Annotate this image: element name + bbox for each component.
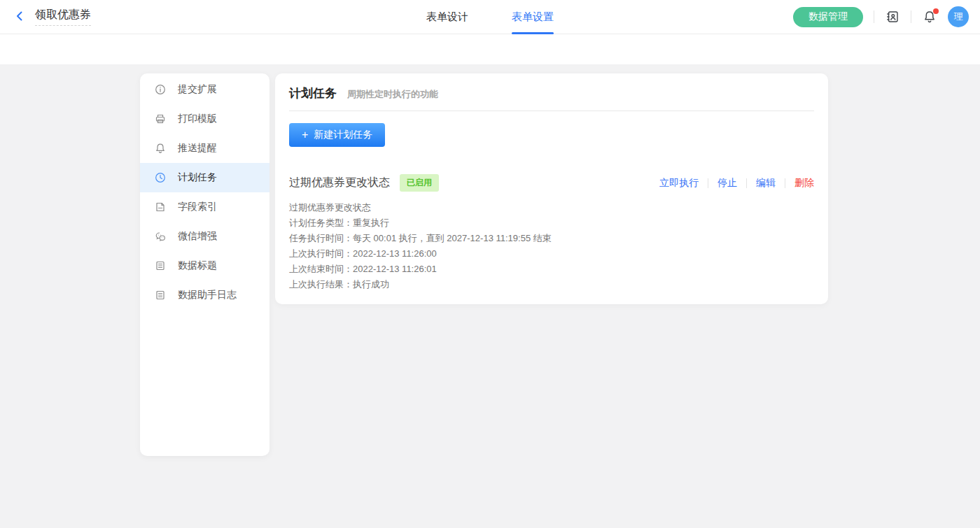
form-title[interactable]: 领取优惠券: [35, 8, 91, 26]
address-book-icon[interactable]: [885, 9, 900, 24]
task-detail-type: 计划任务类型：重复执行: [289, 215, 814, 231]
plus-icon: +: [302, 129, 308, 141]
task-detail-description: 过期优惠券更改状态: [289, 200, 814, 215]
sidebar-item-push-reminder[interactable]: 推送提醒: [140, 134, 270, 163]
sidebar-item-label: 计划任务: [178, 171, 217, 184]
task-detail-last-end-time: 上次结束时间：2022-12-13 11:26:01: [289, 262, 814, 277]
sidebar-item-label: 打印模版: [178, 113, 217, 125]
sidebar-item-print-template[interactable]: 打印模版: [140, 104, 270, 134]
panel-subtitle: 周期性定时执行的功能: [347, 88, 438, 101]
sidebar-item-label: 提交扩展: [178, 83, 217, 96]
clock-icon: [155, 172, 166, 183]
tab-form-design[interactable]: 表单设计: [426, 0, 468, 34]
printer-icon: [155, 113, 166, 124]
header-right: 数据管理 理: [793, 6, 980, 27]
page: 领取优惠券 表单设计 表单设置 数据管理: [0, 0, 980, 528]
sidebar-item-data-title[interactable]: 数据标题: [140, 251, 270, 280]
stop-link[interactable]: 停止: [718, 177, 737, 190]
task-details: 过期优惠券更改状态 计划任务类型：重复执行 任务执行时间：每天 00:01 执行…: [289, 200, 814, 292]
panel-divider: [289, 110, 814, 111]
task-detail-last-run-time: 上次执行时间：2022-12-13 11:26:00: [289, 246, 814, 262]
task-detail-last-result: 上次执行结果：执行成功: [289, 277, 814, 292]
doc-list-icon: [155, 290, 166, 301]
sidebar-item-data-assistant-log[interactable]: 数据助手日志: [140, 280, 270, 310]
header-divider: [874, 10, 874, 23]
run-now-link[interactable]: 立即执行: [659, 177, 699, 190]
sidebar-item-label: 数据标题: [178, 259, 217, 272]
header-divider: [911, 10, 911, 23]
task-detail-schedule: 任务执行时间：每天 00:01 执行，直到 2027-12-13 11:19:5…: [289, 231, 814, 246]
sidebar-item-label: 数据助手日志: [178, 289, 237, 301]
wechat-icon: [155, 231, 166, 242]
task-name: 过期优惠券更改状态: [289, 176, 390, 190]
settings-sidebar: 提交扩展 打印模版 推送提醒: [140, 73, 270, 456]
panel-header: 计划任务 周期性定时执行的功能: [289, 85, 814, 101]
back-icon[interactable]: [14, 10, 25, 24]
tab-form-settings[interactable]: 表单设置: [512, 0, 554, 34]
sidebar-item-label: 推送提醒: [178, 142, 217, 155]
sidebar-item-field-index[interactable]: 字段索引: [140, 192, 270, 222]
task-header-row: 过期优惠券更改状态 已启用 立即执行 停止 编辑 删除: [289, 174, 814, 192]
doc-list-icon: [155, 260, 166, 271]
unread-badge: [933, 8, 939, 14]
new-scheduled-task-button[interactable]: + 新建计划任务: [289, 123, 385, 147]
delete-link[interactable]: 删除: [794, 177, 814, 190]
info-icon: [155, 84, 166, 95]
notification-bell-icon[interactable]: [922, 9, 937, 24]
action-divider: [708, 178, 708, 188]
new-task-button-label: 新建计划任务: [314, 129, 372, 141]
panel-title: 计划任务: [289, 85, 337, 101]
status-badge: 已启用: [400, 174, 439, 192]
sidebar-item-label: 微信增强: [178, 230, 217, 243]
sidebar-item-submit-extension[interactable]: 提交扩展: [140, 75, 270, 104]
data-manage-button[interactable]: 数据管理: [793, 7, 863, 27]
scheduled-tasks-panel: 计划任务 周期性定时执行的功能 + 新建计划任务 过期优惠券更改状态 已启用 立…: [275, 73, 828, 304]
action-divider: [785, 178, 785, 188]
avatar[interactable]: 理: [948, 6, 969, 27]
top-header: 领取优惠券 表单设计 表单设置 数据管理: [0, 0, 980, 34]
sidebar-item-scheduled-tasks[interactable]: 计划任务: [140, 163, 270, 192]
bell-icon: [155, 143, 166, 154]
action-divider: [746, 178, 747, 188]
sub-header-band: [0, 34, 980, 64]
sidebar-item-label: 字段索引: [178, 201, 217, 213]
sidebar-item-wechat-enhance[interactable]: 微信增强: [140, 222, 270, 251]
header-left: 领取优惠券: [0, 8, 91, 26]
edit-link[interactable]: 编辑: [756, 177, 776, 190]
task-actions: 立即执行 停止 编辑 删除: [659, 177, 814, 190]
file-icon: [155, 201, 166, 213]
